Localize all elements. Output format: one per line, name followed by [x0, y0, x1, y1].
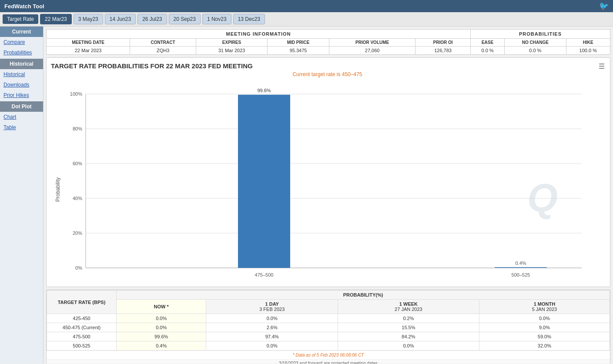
probability-table-panel: TARGET RATE (BPS) PROBABILITY(%) NOW * 1… [46, 290, 610, 364]
day1-425-450: 0.0% [206, 314, 338, 323]
day1-475-500: 97.4% [206, 332, 338, 341]
sidebar-item-prior-hikes[interactable]: Prior Hikes [0, 90, 43, 100]
table-row: 450-475 (Current) 0.0% 2.6% 15.5% 9.0% [47, 323, 610, 332]
sidebar-item-chart[interactable]: Chart [0, 112, 43, 122]
svg-text:99.6%: 99.6% [257, 88, 271, 93]
rate-425-450: 425-450 [47, 314, 117, 323]
week1-475-500: 84.2% [338, 332, 479, 341]
sidebar-item-compare[interactable]: Compare [0, 37, 43, 47]
svg-text:500–525: 500–525 [512, 272, 530, 277]
chart-subtitle: Current target rate is 450–475 [51, 71, 604, 77]
svg-text:0.4%: 0.4% [515, 260, 526, 266]
table-row: 425-450 0.0% 0.0% 0.2% 0.0% [47, 314, 610, 323]
chart-svg: Probability 0% 20% 40% 60% 80% 100% [51, 81, 599, 281]
chart-title: TARGET RATE PROBABILITIES FOR 22 MAR 202… [51, 62, 604, 70]
chart-panel: TARGET RATE PROBABILITIES FOR 22 MAR 202… [46, 57, 610, 287]
table-row: 475-500 99.6% 97.4% 84.2% 59.0% [47, 332, 610, 341]
table-row: 500-525 0.4% 0.0% 0.0% 32.0% [47, 341, 610, 351]
col-prior-volume: PRIOR VOLUME [329, 39, 415, 47]
now-425-450: 0.0% [117, 314, 206, 323]
col-now-header: NOW * [117, 300, 206, 314]
probabilities-title: PROBABILITIES [471, 30, 610, 39]
bar-475-500 [238, 95, 290, 268]
month1-450-475: 9.0% [479, 323, 610, 332]
week1-500-525: 0.0% [338, 341, 479, 351]
now-500-525: 0.4% [117, 341, 206, 351]
tab-26jul23[interactable]: 26 Jul23 [137, 14, 167, 24]
col-no-change: NO CHANGE [505, 39, 566, 47]
col-contract: CONTRACT [130, 39, 196, 47]
expires-value: 31 Mar 2023 [196, 47, 267, 55]
week1-425-450: 0.2% [338, 314, 479, 323]
week1-450-475: 15.5% [338, 323, 479, 332]
tabbar: Target Rate 22 Mar23 3 May23 14 Jun23 26… [0, 12, 613, 27]
sidebar-item-historical[interactable]: Historical [0, 69, 43, 80]
footnote: * Data as of 5 Feb 2023 06:08:06 CT [47, 351, 610, 359]
tab-1nov23[interactable]: 1 Nov23 [202, 14, 231, 24]
col-1day-header: 1 DAY3 FEB 2023 [206, 300, 338, 314]
svg-text:Probability: Probability [55, 177, 61, 202]
mid-price-value: 95.3475 [268, 47, 329, 55]
sidebar-item-downloads[interactable]: Downloads [0, 80, 43, 90]
meeting-info-table: MEETING DATE CONTRACT EXPIRES MID PRICE … [47, 39, 470, 54]
day1-500-525: 0.0% [206, 341, 338, 351]
hike-value: 100.0 % [566, 47, 610, 55]
meeting-info-section: MEETING INFORMATION MEETING DATE CONTRAC… [47, 30, 471, 54]
month1-425-450: 0.0% [479, 314, 610, 323]
layout: Current Compare Probabilities Historical… [0, 27, 613, 364]
sidebar-dotplot-header[interactable]: Dot Plot [0, 101, 43, 112]
svg-text:80%: 80% [73, 126, 82, 131]
col-prior-oi: PRIOR OI [415, 39, 470, 47]
svg-text:40%: 40% [73, 196, 82, 201]
col-hike: HIKE [566, 39, 610, 47]
sidebar-item-probabilities[interactable]: Probabilities [0, 47, 43, 58]
meeting-info-row: 22 Mar 2023 ZQH3 31 Mar 2023 95.3475 27,… [47, 47, 470, 55]
col-ease: EASE [471, 39, 505, 47]
now-450-475: 0.0% [117, 323, 206, 332]
tab-20sep23[interactable]: 20 Sep23 [169, 14, 201, 24]
chart-menu-icon[interactable]: ☰ [599, 62, 605, 70]
svg-text:0%: 0% [75, 265, 82, 270]
chart-area: Probability 0% 20% 40% 60% 80% 100% [51, 81, 604, 282]
tab-22mar23[interactable]: 22 Mar23 [40, 14, 72, 24]
col-1month-header: 1 MONTH5 JAN 2023 [479, 300, 610, 314]
day1-450-475: 2.6% [206, 323, 338, 332]
main-content: MEETING INFORMATION MEETING DATE CONTRAC… [44, 27, 613, 364]
rate-450-475: 450-475 (Current) [47, 323, 117, 332]
sidebar: Current Compare Probabilities Historical… [0, 27, 44, 364]
bar-500-525 [495, 267, 547, 268]
col-mid-price: MID PRICE [268, 39, 329, 47]
month1-500-525: 32.0% [479, 341, 610, 351]
twitter-icon: 🐦 [599, 1, 609, 11]
svg-text:100%: 100% [70, 91, 82, 97]
sidebar-current-header[interactable]: Current [0, 27, 43, 37]
svg-text:60%: 60% [73, 161, 82, 166]
contract-value: ZQH3 [130, 47, 196, 55]
no-change-value: 0.0 % [505, 47, 566, 55]
tab-14jun23[interactable]: 14 Jun23 [105, 14, 136, 24]
month1-475-500: 59.0% [479, 332, 610, 341]
footnote2: 3/15/2023 and forward are projected meet… [47, 359, 610, 364]
app-title: FedWatch Tool [4, 3, 44, 10]
sidebar-historical-header[interactable]: Historical [0, 59, 43, 69]
ease-value: 0.0 % [471, 47, 505, 55]
probability-header: PROBABILITY(%) [117, 291, 610, 300]
probability-table: TARGET RATE (BPS) PROBABILITY(%) NOW * 1… [47, 290, 610, 351]
col-target-rate-bps: TARGET RATE (BPS) [47, 291, 117, 314]
svg-text:20%: 20% [73, 230, 82, 236]
sidebar-item-table[interactable]: Table [0, 122, 43, 133]
col-1week-header: 1 WEEK27 JAN 2023 [338, 300, 479, 314]
tab-3may23[interactable]: 3 May23 [74, 14, 103, 24]
rate-475-500: 475-500 [47, 332, 117, 341]
meeting-info-panel: MEETING INFORMATION MEETING DATE CONTRAC… [46, 29, 610, 55]
meeting-date-value: 22 Mar 2023 [47, 47, 130, 55]
prior-oi-value: 126,783 [415, 47, 470, 55]
probabilities-section: PROBABILITIES EASE NO CHANGE HIKE 0.0 % … [471, 30, 610, 54]
tab-13dec23[interactable]: 13 Dec23 [233, 14, 265, 24]
svg-text:475–500: 475–500 [255, 272, 274, 277]
topbar: FedWatch Tool 🐦 [0, 0, 613, 12]
now-475-500: 99.6% [117, 332, 206, 341]
svg-text:Q: Q [527, 176, 558, 220]
target-rate-button[interactable]: Target Rate [3, 14, 38, 24]
meeting-info-title: MEETING INFORMATION [47, 30, 470, 39]
